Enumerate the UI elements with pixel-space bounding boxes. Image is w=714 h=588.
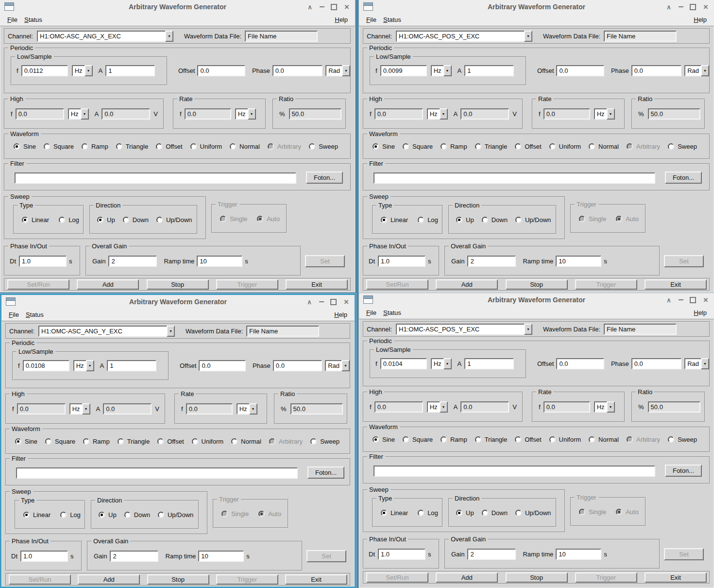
maximize-icon[interactable]: [330, 299, 337, 305]
titlebar[interactable]: Arbitrary Waveform Generator ∧ ✕: [0, 0, 355, 14]
chevron-down-icon[interactable]: ▼: [607, 401, 615, 413]
radio-icon[interactable]: [456, 217, 462, 223]
waveform-radio-uniform[interactable]: Uniform: [190, 143, 222, 150]
radio-icon[interactable]: [231, 438, 238, 445]
chevron-down-icon[interactable]: ▼: [86, 360, 94, 371]
phase-unit-combobox[interactable]: Rad ▼: [325, 360, 350, 371]
chevron-down-icon[interactable]: ▼: [607, 108, 615, 120]
window-menu-icon[interactable]: [363, 295, 373, 304]
exit-button[interactable]: Exit: [645, 279, 707, 290]
ramp-time-field[interactable]: 10: [197, 256, 242, 267]
rate-unit-combobox[interactable]: Hz ▼: [237, 403, 257, 415]
phase-field[interactable]: 0.0: [631, 358, 681, 369]
menu-status[interactable]: Status: [380, 15, 405, 24]
radio-icon[interactable]: [482, 217, 488, 223]
radio-icon[interactable]: [15, 438, 21, 445]
waveform-radio-ramp[interactable]: Ramp: [82, 143, 108, 150]
radio-icon[interactable]: [418, 510, 424, 516]
dt-field[interactable]: 1.0: [20, 551, 68, 562]
radio-icon[interactable]: [230, 143, 236, 150]
high-frequency-unit-combobox[interactable]: Hz ▼: [427, 401, 448, 413]
gain-field[interactable]: 2: [467, 256, 516, 267]
waveform-radio-uniform[interactable]: Uniform: [192, 438, 224, 445]
type-radio-linear[interactable]: Linear: [23, 511, 51, 519]
waveform-radio-offset[interactable]: Offset: [515, 436, 541, 443]
low-amplitude-field[interactable]: 1: [464, 358, 514, 369]
waveform-radio-ramp[interactable]: Ramp: [83, 438, 110, 445]
radio-icon[interactable]: [156, 143, 162, 150]
ramp-time-field[interactable]: 10: [198, 551, 244, 562]
radio-icon[interactable]: [668, 143, 674, 150]
waveform-radio-normal[interactable]: Normal: [589, 436, 619, 443]
direction-radio-down[interactable]: Down: [123, 216, 149, 224]
close-icon[interactable]: ✕: [343, 299, 350, 305]
rate-frequency-field[interactable]: 0.0: [186, 403, 233, 415]
chevron-down-icon[interactable]: ▼: [249, 403, 257, 415]
exit-button[interactable]: Exit: [645, 572, 707, 583]
chevron-down-icon[interactable]: ▼: [85, 65, 93, 76]
waveform-radio-square[interactable]: Square: [44, 143, 74, 150]
minimize-icon[interactable]: [679, 6, 683, 7]
exit-button[interactable]: Exit: [285, 574, 347, 585]
radio-icon[interactable]: [118, 438, 124, 445]
type-radio-log[interactable]: Log: [60, 511, 81, 519]
radio-icon[interactable]: [60, 512, 67, 518]
maximize-icon[interactable]: [690, 297, 696, 303]
direction-radio-updown[interactable]: Up/Down: [156, 216, 192, 224]
waveform-data-file-field[interactable]: File Name: [245, 31, 318, 42]
titlebar[interactable]: Arbitrary Waveform Generator ∧ ✕: [359, 293, 714, 307]
add-button[interactable]: Add: [436, 572, 498, 583]
radio-icon[interactable]: [403, 143, 409, 150]
add-button[interactable]: Add: [77, 279, 139, 290]
direction-radio-updown[interactable]: Up/Down: [158, 511, 193, 519]
radio-icon[interactable]: [59, 217, 65, 223]
radio-icon[interactable]: [668, 436, 674, 443]
waveform-radio-triangle[interactable]: Triangle: [116, 143, 148, 150]
direction-radio-down[interactable]: Down: [124, 511, 150, 519]
menu-help[interactable]: Help: [331, 310, 351, 319]
radio-icon[interactable]: [23, 512, 30, 518]
radio-icon[interactable]: [373, 143, 379, 150]
chevron-down-icon[interactable]: ▼: [82, 403, 90, 415]
add-button[interactable]: Add: [436, 279, 498, 290]
chevron-down-icon[interactable]: ▼: [165, 31, 173, 42]
foton-button[interactable]: Foton...: [306, 172, 343, 184]
radio-icon[interactable]: [418, 217, 424, 223]
waveform-radio-sine[interactable]: Sine: [373, 143, 395, 150]
channel-combobox[interactable]: H1:OMC-ASC_POS_Y_EXC ▼: [396, 324, 532, 335]
waveform-radio-ramp[interactable]: Ramp: [441, 143, 467, 150]
titlebar[interactable]: Arbitrary Waveform Generator ∧ ✕: [1, 295, 355, 309]
waveform-radio-sweep[interactable]: Sweep: [309, 143, 338, 150]
chevron-down-icon[interactable]: ▼: [524, 324, 532, 335]
radio-icon[interactable]: [116, 143, 122, 150]
waveform-radio-uniform[interactable]: Uniform: [549, 436, 581, 443]
close-icon[interactable]: ✕: [702, 297, 709, 303]
low-amplitude-field[interactable]: 1: [105, 65, 155, 76]
rate-unit-combobox[interactable]: Hz ▼: [594, 401, 615, 413]
low-frequency-unit-combobox[interactable]: Hz ▼: [73, 360, 94, 371]
waveform-radio-sweep[interactable]: Sweep: [668, 436, 697, 443]
window-menu-icon[interactable]: [4, 2, 14, 11]
waveform-radio-triangle[interactable]: Triangle: [118, 438, 150, 445]
menu-file[interactable]: File: [5, 310, 22, 319]
ratio-field[interactable]: 50.0: [290, 403, 343, 415]
menu-help[interactable]: Help: [331, 15, 351, 24]
low-frequency-unit-combobox[interactable]: Hz ▼: [431, 358, 452, 369]
radio-icon[interactable]: [475, 143, 481, 150]
filter-field[interactable]: [16, 467, 298, 479]
waveform-data-file-field[interactable]: File Name: [604, 324, 677, 335]
waveform-radio-ramp[interactable]: Ramp: [441, 436, 467, 443]
chevron-down-icon[interactable]: ▼: [167, 326, 175, 337]
radio-icon[interactable]: [123, 217, 129, 223]
waveform-radio-normal[interactable]: Normal: [230, 143, 260, 150]
high-amplitude-field[interactable]: 0.0: [460, 108, 509, 120]
low-frequency-unit-combobox[interactable]: Hz ▼: [72, 65, 93, 76]
phase-field[interactable]: 0.0: [272, 65, 323, 76]
type-radio-linear[interactable]: Linear: [381, 216, 408, 224]
high-frequency-field[interactable]: 0.0: [16, 108, 64, 120]
stop-button[interactable]: Stop: [506, 572, 568, 583]
waveform-radio-triangle[interactable]: Triangle: [475, 436, 507, 443]
foton-button[interactable]: Foton...: [665, 172, 702, 184]
channel-combobox[interactable]: H1:OMC-ASC_ANG_Y_EXC ▼: [38, 326, 175, 337]
direction-radio-up[interactable]: Up: [456, 509, 474, 517]
